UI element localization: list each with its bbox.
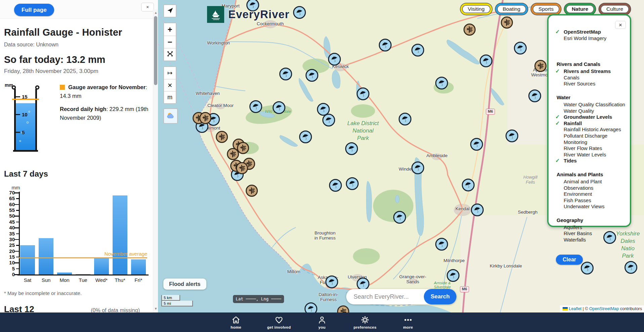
measure-units-button[interactable]: m [164, 91, 176, 103]
rainfall-marker[interactable]: ☂ [357, 87, 369, 100]
clear-layers-button[interactable]: Clear [556, 255, 583, 265]
rainfall-marker[interactable]: ☂ [325, 275, 338, 288]
search-button[interactable]: Search [424, 289, 456, 304]
layer-item[interactable]: Underwater Views [549, 204, 630, 210]
layers-close-button[interactable]: ✕ [615, 21, 626, 29]
rainfall-marker[interactable]: ☂ [328, 53, 341, 66]
category-pill-sports[interactable]: Sports [531, 3, 561, 15]
layer-item[interactable]: Canals [549, 75, 630, 81]
rainfall-marker[interactable]: ☂ [322, 114, 335, 126]
category-pill-visiting[interactable]: Visiting [460, 3, 492, 15]
scrollbar-thumb[interactable] [154, 16, 157, 85]
layer-item[interactable]: ✓OpenStreetMap [549, 29, 630, 35]
groundwater-marker[interactable] [246, 185, 258, 197]
measure-button[interactable]: ↦ [164, 67, 176, 79]
layer-item[interactable]: Animal and Plant Observations [549, 179, 630, 191]
rainfall-marker[interactable]: ☂ [329, 179, 342, 192]
rainfall-marker[interactable]: ☂ [470, 138, 483, 151]
search-input[interactable] [346, 289, 424, 304]
nav-item-you[interactable]: you [307, 316, 337, 329]
zoom-in-button[interactable]: + [164, 23, 176, 36]
layer-item[interactable]: River Flow Rates [549, 145, 630, 152]
y-tick-label: 65 [4, 195, 15, 201]
map-canvas[interactable]: MaryportCockermouthWorkingtonKeswickWhit… [158, 0, 644, 312]
panel-close-button[interactable]: × [141, 3, 154, 11]
umbrella-icon: ☂ [464, 180, 473, 190]
groundwater-marker[interactable] [216, 131, 228, 143]
flood-alerts-button[interactable]: Flood alerts [163, 279, 206, 290]
layer-item[interactable]: Water Quality Classification [549, 102, 630, 108]
rainfall-marker[interactable]: ☂ [357, 278, 369, 290]
full-page-button[interactable]: Full page [14, 4, 54, 16]
rainfall-marker[interactable]: ☂ [305, 302, 317, 312]
scroll-up-icon[interactable]: ▲ [153, 11, 158, 14]
rainfall-marker[interactable]: ☂ [393, 211, 406, 224]
layer-item[interactable]: River Basins [549, 230, 630, 237]
nav-item-home[interactable]: home [221, 316, 251, 329]
rainfall-marker[interactable]: ☂ [528, 89, 541, 102]
rainfall-marker[interactable]: ☂ [249, 100, 262, 113]
layer-item[interactable]: Pollutant Discharge Monitoring [549, 133, 630, 145]
groundwater-marker[interactable] [199, 112, 211, 124]
groundwater-marker[interactable] [337, 305, 349, 312]
layer-item[interactable]: ✓Tides [549, 158, 630, 164]
rainfall-marker[interactable]: ☂ [462, 179, 475, 191]
category-pill-culture[interactable]: Culture [599, 3, 631, 15]
layer-item[interactable]: Aquifers [549, 224, 630, 231]
rainfall-marker[interactable]: ☂ [447, 269, 459, 282]
attribution-link[interactable]: Leaflet [569, 306, 582, 311]
rainfall-marker[interactable]: ☂ [299, 131, 312, 143]
nav-item-get-involved[interactable]: get involved [264, 316, 294, 329]
nav-item-preferences[interactable]: preferences [350, 316, 380, 329]
rainfall-marker[interactable]: ☂ [279, 68, 292, 80]
rainfall-marker[interactable]: ☂ [435, 77, 448, 89]
layer-item[interactable]: River Sources [549, 81, 630, 87]
layer-item[interactable]: Environment [549, 191, 630, 197]
brand[interactable]: EveryRiver [207, 6, 289, 23]
layer-item[interactable]: Rainfall Historic Averages [549, 126, 630, 133]
borehole-gauge-icon [466, 26, 473, 33]
rainfall-marker[interactable]: ☂ [480, 54, 492, 67]
rainfall-marker[interactable]: ☂ [435, 238, 448, 251]
groundwater-marker[interactable] [501, 16, 513, 29]
rainfall-marker[interactable]: ☂ [506, 130, 518, 142]
layer-item[interactable]: Waterfalls [549, 237, 630, 243]
rainfall-marker[interactable]: ☂ [346, 177, 359, 190]
layer-item[interactable]: ✓Rivers and Streams [549, 68, 630, 75]
layer-item[interactable]: Esri World Imagery [549, 35, 630, 42]
groundwater-marker[interactable] [236, 162, 248, 174]
groundwater-marker[interactable] [227, 148, 239, 160]
rainfall-marker[interactable]: ☂ [273, 101, 285, 114]
fullscreen-button[interactable] [164, 48, 176, 61]
rainfall-marker[interactable]: ☂ [293, 6, 306, 19]
rainfall-marker[interactable]: ☂ [411, 161, 424, 174]
x-tick-label: Sat [20, 277, 35, 283]
scroll-down-icon[interactable]: ▼ [153, 307, 158, 310]
layer-item[interactable]: River Water Levels [549, 152, 630, 158]
app: Full page × Rainfall Gauge - Honister Da… [0, 0, 644, 332]
rainfall-marker[interactable]: ☂ [399, 113, 411, 125]
rainfall-marker[interactable]: ☂ [306, 69, 318, 82]
umbrella-icon: ☂ [330, 54, 339, 64]
rainfall-marker[interactable]: ☂ [411, 44, 424, 57]
layer-item[interactable]: Fish Passes [549, 197, 630, 204]
measure-cancel-button[interactable]: ✕ [164, 79, 176, 91]
category-pill-nature[interactable]: Nature [564, 3, 596, 15]
locate-button[interactable] [164, 5, 176, 17]
rainfall-marker[interactable]: ☂ [345, 142, 358, 155]
rainfall-marker[interactable]: ☂ [379, 39, 392, 51]
nav-item-more[interactable]: more [393, 316, 423, 329]
attribution-link[interactable]: OpenStreetMap [589, 306, 619, 311]
category-pill-boating[interactable]: Boating [495, 3, 528, 15]
layer-item[interactable]: Water Quality [549, 108, 630, 114]
layer-item[interactable]: ✓Rainfall [549, 120, 630, 127]
expand-icon [167, 50, 173, 57]
rainfall-marker[interactable]: ☂ [514, 42, 527, 54]
rainfall-marker[interactable]: ☂ [471, 204, 484, 216]
groundwater-marker[interactable] [534, 60, 547, 72]
weather-button[interactable] [164, 109, 177, 123]
groundwater-marker[interactable] [464, 24, 476, 36]
sidebar-scrollbar[interactable]: ▲ ▼ [153, 9, 158, 312]
zoom-out-button[interactable]: − [164, 36, 176, 48]
layer-item[interactable]: ✓Groundwater Levels [549, 114, 630, 120]
